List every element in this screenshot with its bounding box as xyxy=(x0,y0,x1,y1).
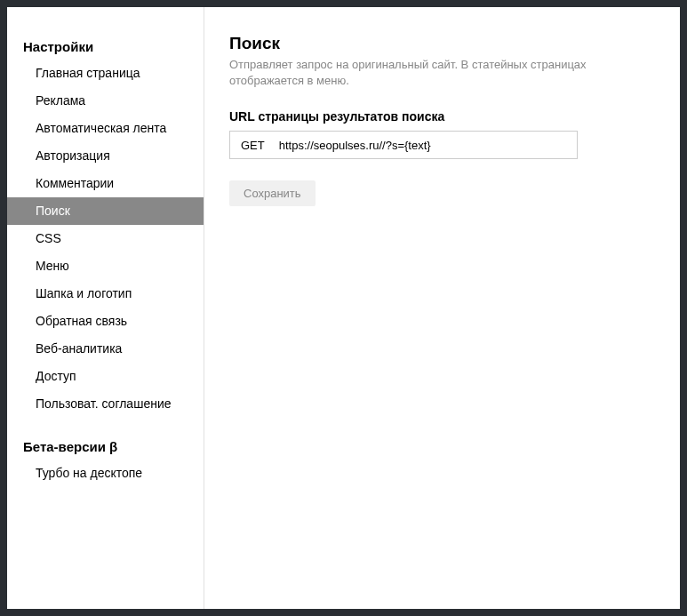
sidebar-section-title-settings: Настройки xyxy=(7,34,204,60)
main-content: Поиск Отправляет запрос на оригинальный … xyxy=(204,7,680,609)
sidebar-item-turbo-desktop[interactable]: Турбо на десктопе xyxy=(7,460,204,487)
url-method-label: GET xyxy=(230,139,276,152)
url-field-label: URL страницы результатов поиска xyxy=(229,109,655,124)
sidebar-item-user-agreement[interactable]: Пользоват. соглашение xyxy=(7,390,204,418)
sidebar-section-title-beta: Бета-версии β xyxy=(7,434,204,460)
sidebar-item-auto-feed[interactable]: Автоматическая лента xyxy=(7,115,204,142)
sidebar-item-header-logo[interactable]: Шапка и логотип xyxy=(7,280,204,308)
sidebar-item-access[interactable]: Доступ xyxy=(7,363,204,390)
url-input[interactable] xyxy=(276,132,577,158)
sidebar-item-css[interactable]: CSS xyxy=(7,225,204,252)
sidebar-section-settings: Настройки Главная страница Реклама Автом… xyxy=(7,34,204,418)
sidebar-item-web-analytics[interactable]: Веб-аналитика xyxy=(7,335,204,363)
sidebar-section-beta: Бета-версии β Турбо на десктопе xyxy=(7,434,204,487)
sidebar-item-menu[interactable]: Меню xyxy=(7,252,204,280)
page-description: Отправляет запрос на оригинальный сайт. … xyxy=(229,57,647,88)
sidebar: Настройки Главная страница Реклама Автом… xyxy=(7,7,204,609)
sidebar-item-advertising[interactable]: Реклама xyxy=(7,87,204,115)
sidebar-item-search[interactable]: Поиск xyxy=(7,197,204,225)
page-title: Поиск xyxy=(229,34,655,53)
app-container: Настройки Главная страница Реклама Автом… xyxy=(7,7,680,609)
sidebar-item-comments[interactable]: Комментарии xyxy=(7,170,204,197)
sidebar-item-feedback[interactable]: Обратная связь xyxy=(7,308,204,335)
save-button[interactable]: Сохранить xyxy=(229,180,316,206)
url-input-group: GET xyxy=(229,131,578,159)
sidebar-item-authorization[interactable]: Авторизация xyxy=(7,142,204,170)
sidebar-item-main-page[interactable]: Главная страница xyxy=(7,60,204,87)
